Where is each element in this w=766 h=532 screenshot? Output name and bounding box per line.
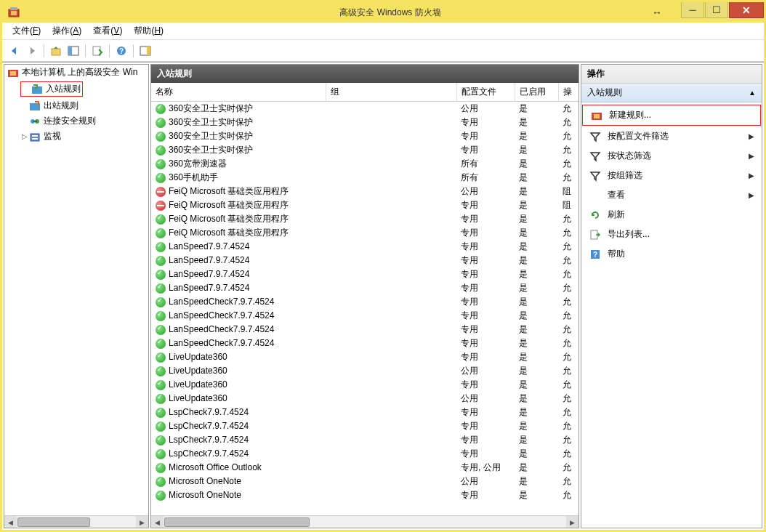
table-row[interactable]: LanSpeed7.9.7.4524专用是允 <box>151 240 578 254</box>
allow-icon <box>156 159 166 169</box>
tree-item[interactable]: ▷监视 <box>17 129 148 144</box>
table-row[interactable]: FeiQ Microsoft 基础类应用程序专用是阻 <box>151 198 578 212</box>
show-hide-action-button[interactable] <box>137 43 153 59</box>
svg-rect-3 <box>52 49 60 55</box>
table-row[interactable]: LiveUpdate360公用是允 <box>151 392 578 406</box>
menu-action[interactable]: 操作(A) <box>47 23 87 39</box>
menu-view[interactable]: 查看(V) <box>87 23 128 39</box>
allow-icon <box>156 173 166 183</box>
action-item[interactable]: 按组筛选▶ <box>581 166 762 185</box>
action-item[interactable]: 查看▶ <box>581 185 762 205</box>
table-row[interactable]: LanSpeed7.9.7.4524专用是允 <box>151 281 578 295</box>
close-button[interactable]: ✕ <box>729 2 764 18</box>
rule-enabled: 是 <box>515 281 558 295</box>
action-item[interactable]: 刷新 <box>581 205 762 225</box>
action-label: 导出列表... <box>608 228 650 241</box>
help-button[interactable]: ? <box>113 43 129 59</box>
rule-action: 允 <box>558 226 578 240</box>
rule-name: LanSpeed7.9.7.4524 <box>169 283 249 293</box>
col-enabled[interactable]: 已启用 <box>515 83 558 102</box>
allow-icon <box>156 104 166 114</box>
table-row[interactable]: Microsoft OneNote专用是允 <box>151 488 578 502</box>
show-hide-tree-button[interactable] <box>65 43 81 59</box>
rule-name: LiveUpdate360 <box>169 393 227 403</box>
tree-item[interactable]: 入站规则 <box>17 80 148 98</box>
table-row[interactable]: 360安全卫士实时保护专用是允 <box>151 129 578 143</box>
rule-name: LanSpeedCheck7.9.7.4524 <box>169 297 274 307</box>
table-row[interactable]: LspCheck7.9.7.4524专用是允 <box>151 406 578 419</box>
rule-action: 阻 <box>558 185 578 198</box>
tree-item[interactable]: 连接安全规则 <box>17 113 148 129</box>
table-row[interactable]: LanSpeedCheck7.9.7.4524专用是允 <box>151 295 578 309</box>
tree-root[interactable]: 本地计算机 上的高级安全 Win <box>4 65 148 80</box>
table-row[interactable]: LanSpeedCheck7.9.7.4524专用是允 <box>151 336 578 350</box>
table-row[interactable]: FeiQ Microsoft 基础类应用程序专用是允 <box>151 226 578 240</box>
table-row[interactable]: 360安全卫士实时保护专用是允 <box>151 116 578 129</box>
allow-icon <box>156 352 166 363</box>
tree-label: 监视 <box>44 130 61 142</box>
menu-help[interactable]: 帮助(H) <box>128 23 169 39</box>
table-row[interactable]: LspCheck7.9.7.4524专用是允 <box>151 447 578 461</box>
tree-scroll-thumb[interactable] <box>17 517 90 527</box>
list-scroll-right[interactable]: ▶ <box>566 516 578 528</box>
rule-name: LanSpeed7.9.7.4524 <box>169 255 249 265</box>
col-action[interactable]: 操 <box>558 83 578 102</box>
col-profile[interactable]: 配置文件 <box>456 83 515 102</box>
rule-profile: 专用 <box>456 143 515 157</box>
table-row[interactable]: FeiQ Microsoft 基础类应用程序专用是允 <box>151 212 578 226</box>
up-button[interactable] <box>48 43 64 59</box>
toolbar: ? <box>2 40 764 62</box>
action-item[interactable]: 按配置文件筛选▶ <box>581 126 762 146</box>
list-scroll-thumb[interactable] <box>164 517 310 527</box>
rule-group <box>326 267 456 281</box>
table-row[interactable]: LiveUpdate360公用是允 <box>151 364 578 378</box>
action-label: 按组筛选 <box>608 169 642 182</box>
rule-profile: 专用 <box>456 267 515 281</box>
table-row[interactable]: Microsoft OneNote公用是允 <box>151 475 578 488</box>
table-row[interactable]: 360安全卫士实时保护公用是允 <box>151 102 578 116</box>
collapse-icon[interactable]: ▲ <box>749 89 756 97</box>
filter-icon <box>589 170 602 182</box>
table-row[interactable]: 360宽带测速器所有是允 <box>151 157 578 171</box>
export-button[interactable] <box>89 43 105 59</box>
table-row[interactable]: LanSpeed7.9.7.4524专用是允 <box>151 267 578 281</box>
table-row[interactable]: Microsoft Office Outlook专用, 公用是允 <box>151 461 578 475</box>
table-row[interactable]: LanSpeed7.9.7.4524专用是允 <box>151 254 578 267</box>
nav-forward-button[interactable] <box>24 43 40 59</box>
allow-icon <box>156 491 166 501</box>
table-row[interactable]: LanSpeedCheck7.9.7.4524专用是允 <box>151 309 578 323</box>
action-item[interactable]: 导出列表... <box>581 225 762 244</box>
table-row[interactable]: 360手机助手所有是允 <box>151 171 578 185</box>
table-row[interactable]: LiveUpdate360专用是允 <box>151 350 578 364</box>
table-row[interactable]: LanSpeedCheck7.9.7.4524专用是允 <box>151 323 578 336</box>
menu-file[interactable]: 文件(F) <box>7 23 47 39</box>
table-row[interactable]: FeiQ Microsoft 基础类应用程序公用是阻 <box>151 185 578 198</box>
rule-group <box>326 309 456 323</box>
action-item[interactable]: 按状态筛选▶ <box>581 146 762 166</box>
maximize-button[interactable]: ☐ <box>705 2 728 18</box>
allow-icon <box>156 422 166 432</box>
nav-back-button[interactable] <box>7 43 23 59</box>
rule-action: 允 <box>558 240 578 254</box>
action-item[interactable]: 新建规则... <box>582 105 761 126</box>
svg-rect-1 <box>10 7 17 10</box>
table-row[interactable]: LiveUpdate360专用是允 <box>151 378 578 392</box>
rule-group <box>326 378 456 392</box>
tree-item[interactable]: 出站规则 <box>17 98 148 113</box>
tree-pane: 本地计算机 上的高级安全 Win 入站规则出站规则连接安全规则▷监视 ◀ ▶ <box>4 64 149 528</box>
rule-action: 允 <box>558 447 578 461</box>
list-scroll-left[interactable]: ◀ <box>151 516 164 528</box>
minimize-button[interactable]: ─ <box>681 2 704 18</box>
rule-enabled: 是 <box>515 406 558 419</box>
table-row[interactable]: LspCheck7.9.7.4524专用是允 <box>151 433 578 447</box>
tree-scroll-left[interactable]: ◀ <box>4 516 17 528</box>
table-row[interactable]: 360安全卫士实时保护专用是允 <box>151 143 578 157</box>
action-item[interactable]: ?帮助 <box>581 244 762 264</box>
col-name[interactable]: 名称 <box>151 83 326 102</box>
tree-scroll-right[interactable]: ▶ <box>136 516 148 528</box>
rule-action: 允 <box>558 309 578 323</box>
col-group[interactable]: 组 <box>326 83 456 102</box>
filter-icon <box>589 150 602 162</box>
table-row[interactable]: LspCheck7.9.7.4524专用是允 <box>151 419 578 433</box>
rule-name: LanSpeedCheck7.9.7.4524 <box>169 310 274 321</box>
